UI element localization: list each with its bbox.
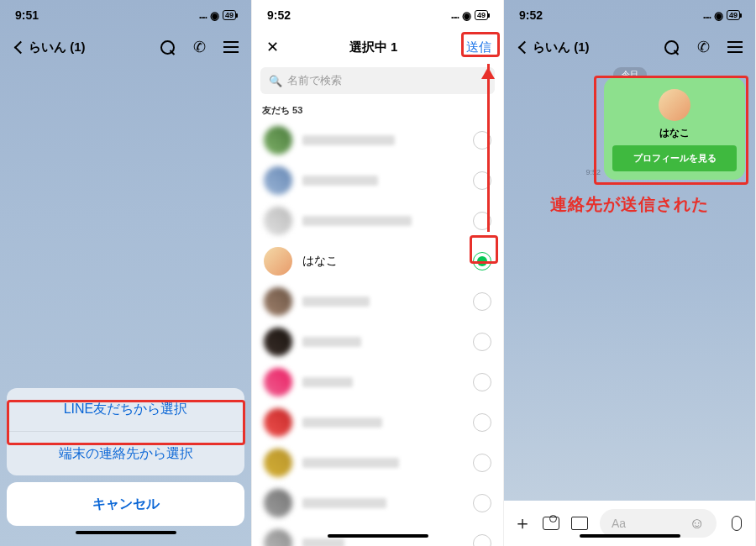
wifi-icon: ◉ <box>462 9 471 22</box>
friends-list: はなこ <box>252 120 503 546</box>
back-icon[interactable] <box>12 39 29 55</box>
list-item[interactable] <box>252 483 503 523</box>
chat-title: らいん (1) <box>533 39 663 55</box>
friend-name: はなこ <box>302 254 463 269</box>
search-icon[interactable] <box>159 39 176 55</box>
gallery-icon[interactable] <box>571 515 588 532</box>
home-indicator <box>328 534 428 538</box>
status-time: 9:51 <box>15 8 39 22</box>
home-indicator <box>580 534 680 538</box>
friends-section-header: 友だち 53 <box>252 101 503 120</box>
arrow-annotation <box>487 64 490 232</box>
status-bar: 9:52 .... ◉ 49 <box>252 0 503 30</box>
picker-nav: 選択中 1 送信 <box>252 30 503 64</box>
check-icon[interactable] <box>473 252 491 270</box>
chat-nav: らいん (1) <box>504 30 755 64</box>
send-button[interactable]: 送信 <box>466 39 491 55</box>
list-item[interactable] <box>252 160 503 201</box>
input-placeholder: Aa <box>612 517 626 530</box>
sheet-option-line-friends[interactable]: LINE友だちから選択 <box>7 388 244 432</box>
search-icon[interactable] <box>663 39 680 55</box>
call-icon[interactable] <box>695 39 711 55</box>
action-sheet: LINE友だちから選択 端末の連絡先から選択 キャンセル <box>0 381 251 546</box>
search-icon: 🔍 <box>269 75 282 87</box>
list-item[interactable] <box>252 443 503 483</box>
search-placeholder: 名前で検索 <box>287 73 342 88</box>
menu-icon[interactable] <box>727 39 743 55</box>
battery-icon: 49 <box>223 10 236 20</box>
status-bar: 9:51 .... ◉ 49 <box>0 0 251 30</box>
status-time: 9:52 <box>519 8 543 22</box>
camera-icon[interactable] <box>543 515 559 532</box>
close-icon[interactable] <box>264 39 281 55</box>
message-input[interactable]: Aa <box>600 509 717 538</box>
status-time: 9:52 <box>267 8 291 22</box>
call-icon[interactable] <box>191 39 207 55</box>
back-icon[interactable] <box>516 39 533 55</box>
cellular-icon: .... <box>451 9 459 21</box>
wifi-icon: ◉ <box>210 9 219 22</box>
sheet-option-device-contacts[interactable]: 端末の連絡先から選択 <box>7 432 244 475</box>
wifi-icon: ◉ <box>714 9 723 22</box>
search-input[interactable]: 🔍 名前で検索 <box>260 67 495 94</box>
chat-title: らいん (1) <box>29 39 159 55</box>
contact-card[interactable]: はなこ プロフィールを見る <box>604 77 745 180</box>
cellular-icon: .... <box>703 9 711 21</box>
cellular-icon: .... <box>199 9 207 21</box>
list-item[interactable] <box>252 322 503 362</box>
battery-icon: 49 <box>475 10 488 20</box>
message-time: 9:52 <box>585 168 601 176</box>
menu-icon[interactable] <box>223 39 239 55</box>
battery-icon: 49 <box>727 10 740 20</box>
sheet-cancel[interactable]: キャンセル <box>7 482 244 526</box>
list-item-selected[interactable]: はなこ <box>252 241 503 281</box>
avatar <box>659 89 690 121</box>
input-bar: Aa <box>504 501 755 546</box>
picker-title: 選択中 1 <box>281 39 466 55</box>
plus-icon[interactable] <box>514 515 531 532</box>
list-item[interactable] <box>252 281 503 322</box>
view-profile-button[interactable]: プロフィールを見る <box>612 145 737 171</box>
list-item[interactable] <box>252 120 503 160</box>
list-item[interactable] <box>252 362 503 402</box>
home-indicator <box>76 531 176 534</box>
mic-icon[interactable] <box>728 515 745 532</box>
annotation-caption: 連絡先が送信された <box>504 193 755 216</box>
list-item[interactable] <box>252 201 503 241</box>
chat-nav: らいん (1) <box>0 30 251 64</box>
emoji-icon[interactable] <box>690 515 705 533</box>
contact-name: はなこ <box>659 126 690 140</box>
status-bar: 9:52 .... ◉ 49 <box>504 0 755 30</box>
list-item[interactable] <box>252 402 503 443</box>
